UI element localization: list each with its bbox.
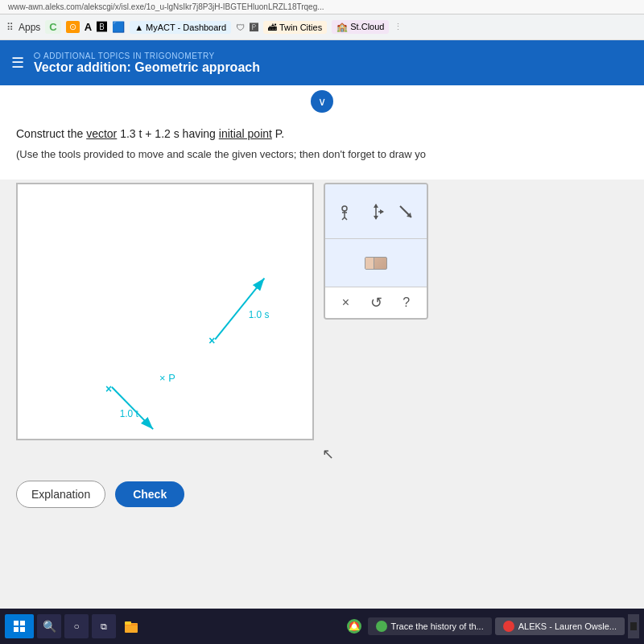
- svg-line-6: [345, 217, 347, 220]
- vector-t-label: 1.0 t: [120, 409, 139, 420]
- scale-tool[interactable]: [367, 203, 385, 221]
- apps-label: Apps: [19, 22, 40, 33]
- svg-marker-9: [374, 216, 378, 220]
- vector-s-start-mark: ×: [208, 335, 215, 348]
- explanation-button[interactable]: Explanation: [16, 481, 105, 508]
- taskbar-task-view[interactable]: ⧉: [92, 614, 116, 638]
- svg-point-23: [376, 621, 387, 632]
- taskbar-app2[interactable]: ALEKS - Lauren Owsle...: [495, 617, 625, 635]
- point-p-label: × P: [159, 372, 175, 384]
- drawing-section: × 1.0 s × P × 1.0 t: [0, 183, 644, 440]
- problem-text: Construct the vector 1.3 t + 1.2 s havin…: [16, 126, 628, 142]
- url-text: www-awn.aleks.com/alekscgi/x/isl.exe/1o_…: [8, 2, 324, 11]
- check-button[interactable]: Check: [115, 481, 184, 507]
- problem-mid: 1.3 t + 1.2 s having: [117, 127, 218, 140]
- bookmark-share[interactable]: 🅱: [97, 21, 107, 33]
- bookmark-shield1[interactable]: 🛡: [236, 23, 245, 32]
- problem-hint: (Use the tools provided to move and scal…: [16, 147, 628, 162]
- collapse-button[interactable]: ∨: [311, 90, 333, 113]
- bookmark-twin-cities[interactable]: 🏙 Twin Cities: [263, 21, 327, 34]
- problem-area: Construct the vector 1.3 t + 1.2 s havin…: [0, 118, 644, 180]
- vector-svg: × 1.0 s × P × 1.0 t: [18, 184, 312, 439]
- canvas-area[interactable]: × 1.0 s × P × 1.0 t: [16, 183, 314, 440]
- problem-post: P.: [272, 127, 284, 140]
- rotate-tool[interactable]: [397, 203, 415, 221]
- svg-point-2: [342, 206, 347, 211]
- vector-t-start-mark: ×: [105, 382, 112, 395]
- taskbar-app1[interactable]: Trace the history of th...: [368, 617, 492, 635]
- svg-line-5: [342, 217, 345, 220]
- problem-pre: Construct the: [16, 127, 86, 140]
- collapse-section: ∨: [0, 85, 644, 118]
- bookmark-target[interactable]: ⊙: [66, 21, 80, 33]
- svg-rect-16: [14, 627, 19, 632]
- tools-eraser-row: [325, 239, 427, 287]
- tools-top: [325, 184, 427, 239]
- svg-point-24: [503, 621, 514, 632]
- eraser-tool[interactable]: [365, 257, 387, 270]
- bookmark-shield2[interactable]: 🅿: [250, 23, 258, 32]
- help-tool[interactable]: ?: [402, 295, 410, 310]
- address-bar: www-awn.aleks.com/alekscgi/x/isl.exe/1o_…: [0, 0, 644, 14]
- tools-panel: × ↺ ?: [324, 183, 428, 320]
- clear-tool[interactable]: ×: [342, 295, 349, 310]
- svg-rect-14: [14, 621, 19, 625]
- bookmark-myact[interactable]: ▲ MyACT - Dashboard: [130, 21, 231, 34]
- bookmarks-bar: ⠿ Apps C ⊙ A 🅱 🟦 ▲ MyACT - Dashboard 🛡 🅿…: [0, 14, 644, 40]
- svg-marker-11: [380, 209, 384, 214]
- taskbar-search[interactable]: 🔍: [37, 614, 61, 638]
- move-tool[interactable]: [337, 203, 355, 221]
- vector-s-label: 1.0 s: [249, 309, 270, 320]
- problem-vector-word: vector: [86, 127, 117, 140]
- bookmark-g[interactable]: 🟦: [112, 21, 125, 33]
- taskbar-app1-label: Trace the history of th...: [391, 621, 484, 631]
- circle-icon: [34, 52, 40, 59]
- svg-rect-17: [20, 627, 25, 632]
- taskbar: 🔍 ○ ⧉ Trace the history of th... ALEKS -…: [0, 609, 644, 644]
- taskbar-chrome[interactable]: [345, 617, 363, 635]
- svg-point-22: [352, 624, 357, 629]
- bottom-buttons: Explanation Check: [0, 471, 644, 518]
- header-text: ADDITIONAL TOPICS IN TRIGONOMETRY Vector…: [34, 52, 260, 75]
- start-button[interactable]: [5, 614, 34, 638]
- taskbar-explorer[interactable]: [119, 614, 143, 638]
- problem-initial-point: initial point: [219, 127, 272, 140]
- bookmark-c[interactable]: C: [45, 20, 60, 34]
- svg-rect-19: [125, 621, 131, 625]
- bookmark-stcloud[interactable]: 🏫 St.Cloud: [332, 20, 389, 34]
- taskbar-app2-label: ALEKS - Lauren Owsle...: [518, 621, 617, 631]
- taskbar-cortana[interactable]: ○: [64, 614, 89, 638]
- cursor-area: ↖: [0, 440, 644, 463]
- hamburger-menu[interactable]: ☰: [11, 54, 24, 72]
- cursor-icon: ↖: [322, 446, 334, 462]
- bookmark-more[interactable]: ⋮: [394, 22, 402, 32]
- bookmark-a[interactable]: A: [85, 21, 92, 33]
- tools-bottom: × ↺ ?: [325, 287, 427, 318]
- taskbar-black-square[interactable]: [628, 614, 639, 638]
- undo-tool[interactable]: ↺: [370, 294, 382, 312]
- header-title: Vector addition: Geometric approach: [34, 60, 260, 75]
- header-subtitle-text: ADDITIONAL TOPICS IN TRIGONOMETRY: [43, 52, 215, 60]
- apps-grid-icon: ⠿: [6, 22, 14, 33]
- header-subtitle: ADDITIONAL TOPICS IN TRIGONOMETRY: [34, 52, 260, 60]
- svg-rect-15: [20, 621, 25, 625]
- svg-marker-8: [374, 204, 378, 208]
- aleks-header: ☰ ADDITIONAL TOPICS IN TRIGONOMETRY Vect…: [0, 40, 644, 85]
